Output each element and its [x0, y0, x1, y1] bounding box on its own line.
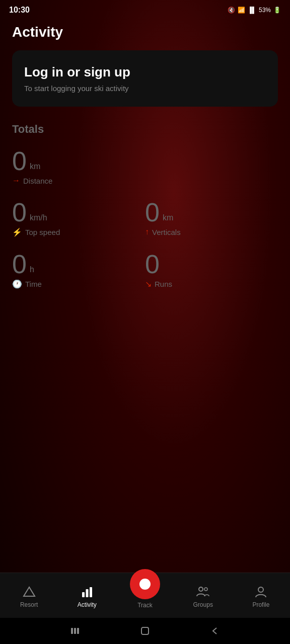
svg-rect-1 [82, 592, 85, 597]
status-bar: 10:30 🔇 📶 ▐▌ 53% 🔋 [0, 0, 290, 18]
android-nav [0, 618, 290, 644]
runs-icon: ↘ [145, 279, 152, 289]
distance-stat: 0 km → Distance [12, 148, 278, 185]
bottom-nav: Resort Activity Track [0, 573, 290, 618]
svg-rect-2 [86, 589, 88, 597]
verticals-unit: km [163, 213, 173, 222]
groups-label: Groups [193, 601, 213, 608]
profile-icon [254, 585, 268, 599]
svg-point-6 [258, 587, 263, 592]
svg-marker-0 [24, 587, 35, 596]
speed-verticals-row: 0 km/h ⚡ Top speed 0 km ↑ Verticals [12, 199, 278, 237]
track-button[interactable] [130, 569, 160, 599]
svg-rect-9 [77, 628, 79, 634]
profile-label: Profile [252, 601, 269, 608]
verticals-icon: ↑ [145, 227, 149, 236]
nav-track[interactable]: Track [116, 579, 174, 609]
svg-rect-7 [71, 628, 73, 634]
time-value: 0 [12, 251, 27, 277]
time-icon: 🕐 [12, 279, 22, 289]
activity-icon [80, 585, 94, 599]
activity-label: Activity [78, 601, 97, 608]
distance-unit: km [30, 162, 40, 171]
time-unit: h [30, 265, 34, 274]
speed-value: 0 [12, 199, 27, 225]
verticals-stat: 0 km ↑ Verticals [145, 199, 278, 236]
nav-resort[interactable]: Resort [0, 585, 58, 608]
track-button-inner [139, 579, 151, 590]
speed-icon: ⚡ [12, 227, 22, 237]
totals-section: Totals 0 km → Distance 0 km/h ⚡ Top spe [0, 107, 290, 303]
distance-value: 0 [12, 148, 27, 174]
speed-label: Top speed [25, 228, 60, 236]
runs-stat: 0 ↘ Runs [145, 251, 278, 289]
groups-icon [196, 585, 210, 599]
runs-label: Runs [155, 280, 172, 288]
track-label: Track [137, 602, 153, 609]
signal-icon: ▐▌ [248, 7, 256, 14]
svg-rect-3 [90, 587, 92, 597]
status-icons: 🔇 📶 ▐▌ 53% 🔋 [228, 7, 281, 14]
page-title: Activity [0, 18, 290, 50]
android-home-btn[interactable] [138, 624, 152, 638]
time-stat: 0 h 🕐 Time [12, 251, 145, 289]
battery-icon: 🔋 [273, 7, 281, 14]
login-card-subtitle: To start logging your ski activity [24, 84, 266, 93]
android-back-btn[interactable] [208, 624, 222, 638]
time-label: Time [25, 280, 42, 288]
resort-icon [22, 585, 36, 599]
time-runs-row: 0 h 🕐 Time 0 ↘ Runs [12, 251, 278, 289]
verticals-label: Verticals [152, 228, 181, 236]
svg-rect-8 [74, 628, 76, 634]
svg-point-5 [204, 588, 207, 591]
resort-label: Resort [20, 601, 38, 608]
mute-icon: 🔇 [228, 7, 235, 14]
verticals-value: 0 [145, 199, 160, 225]
nav-groups[interactable]: Groups [174, 585, 232, 608]
speed-unit: km/h [30, 213, 47, 222]
login-card[interactable]: Log in or sign up To start logging your … [12, 50, 278, 107]
nav-activity[interactable]: Activity [58, 585, 116, 608]
distance-label: Distance [23, 177, 52, 185]
runs-value: 0 [145, 251, 160, 277]
login-card-title: Log in or sign up [24, 64, 266, 80]
distance-icon: → [12, 176, 20, 185]
wifi-icon: 📶 [238, 7, 245, 14]
android-menu-btn[interactable] [68, 624, 82, 638]
svg-point-4 [199, 587, 203, 591]
totals-label: Totals [12, 123, 278, 136]
svg-rect-10 [141, 627, 149, 634]
nav-profile[interactable]: Profile [232, 585, 290, 608]
battery-text: 53% [259, 7, 271, 14]
top-speed-stat: 0 km/h ⚡ Top speed [12, 199, 145, 237]
status-time: 10:30 [9, 6, 30, 15]
